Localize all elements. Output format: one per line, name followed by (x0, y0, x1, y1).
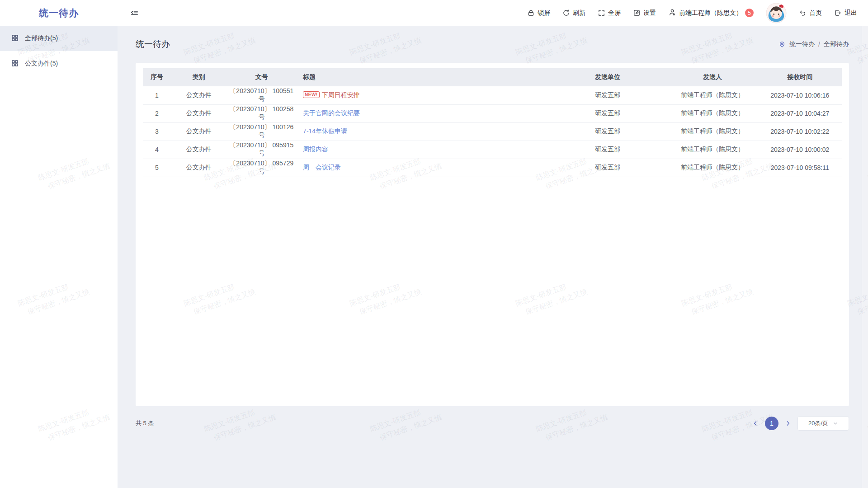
row-no: 1 (143, 86, 171, 104)
topbar-actions: 锁屏 刷新 全屏 (527, 3, 868, 23)
main-content: 统一待办 统一待办 / 全部待办 序号类别文号标题发送单位发送人接收时间 1公文… (118, 26, 868, 488)
logo-box: 统一待办 (0, 7, 118, 19)
table-footer: 共 5 条 1 20条/页 (136, 416, 849, 431)
column-header: 发送单位 (548, 68, 667, 86)
row-title-cell: NEW!下周日程安排 (297, 86, 548, 104)
user-name: 前端工程师（陈思文） (679, 9, 742, 17)
row-doc-no: 〔20230710〕 095729号 (227, 159, 297, 177)
row-doc-no: 〔20230710〕 095915号 (227, 141, 297, 159)
breadcrumb: 统一待办 / 全部待办 (778, 40, 849, 48)
top-header: 统一待办 锁屏 (0, 0, 868, 26)
row-no: 3 (143, 122, 171, 141)
row-unit: 研发五部 (548, 141, 667, 159)
row-time: 2023-07-10 10:00:02 (758, 141, 842, 159)
document-title-link[interactable]: NEW!下周日程安排 (303, 91, 360, 99)
breadcrumb-item-root[interactable]: 统一待办 (789, 40, 815, 48)
grid-icon (11, 34, 19, 43)
settings-icon (633, 9, 641, 17)
breadcrumb-item-current[interactable]: 全部待办 (824, 40, 849, 48)
row-time: 2023-07-10 10:06:16 (758, 86, 842, 104)
row-doc-no: 〔20230710〕 100126号 (227, 122, 297, 141)
table-header-row: 序号类别文号标题发送单位发送人接收时间 (143, 68, 842, 86)
row-unit: 研发五部 (548, 159, 667, 177)
vertical-scrollbar[interactable] (862, 26, 868, 488)
next-page-icon[interactable] (785, 420, 791, 427)
refresh-label: 刷新 (573, 9, 585, 17)
column-header: 文号 (227, 68, 297, 86)
location-pin-icon (778, 41, 786, 48)
table-row: 1公文办件〔20230710〕 100551号NEW!下周日程安排研发五部前端工… (143, 86, 842, 104)
todo-table: 序号类别文号标题发送单位发送人接收时间 1公文办件〔20230710〕 1005… (143, 68, 842, 177)
new-badge: NEW! (303, 91, 320, 98)
row-category: 公文办件 (171, 86, 227, 104)
row-unit: 研发五部 (548, 104, 667, 122)
settings-button[interactable]: 设置 (633, 9, 656, 17)
sidebar-item-official-doc[interactable]: 公文办件(5) (0, 51, 118, 76)
sidebar-fold-icon[interactable] (130, 9, 139, 17)
fullscreen-button[interactable]: 全屏 (598, 9, 621, 17)
column-header: 序号 (143, 68, 171, 86)
row-no: 5 (143, 159, 171, 177)
avatar[interactable] (766, 3, 787, 23)
table-row: 3公文办件〔20230710〕 100126号7-14年休假申请研发五部前端工程… (143, 122, 842, 141)
home-back-icon (799, 9, 807, 17)
row-title-cell: 关于官网的会议纪要 (297, 104, 548, 122)
refresh-button[interactable]: 刷新 (562, 9, 585, 17)
row-title-cell: 周报内容 (297, 141, 548, 159)
document-title-link[interactable]: 周报内容 (303, 145, 328, 153)
column-header: 类别 (171, 68, 227, 86)
sidebar-item-label: 全部待办(5) (25, 34, 58, 42)
row-doc-no: 〔20230710〕 100551号 (227, 86, 297, 104)
settings-label: 设置 (643, 9, 656, 17)
document-title-link[interactable]: 7-14年休假申请 (303, 127, 347, 135)
row-time: 2023-07-10 10:02:22 (758, 122, 842, 141)
page-number-1[interactable]: 1 (765, 417, 778, 430)
sidebar-item-all-todo[interactable]: 全部待办(5) (0, 26, 118, 51)
fullscreen-icon (598, 9, 605, 17)
page-size-select[interactable]: 20条/页 (797, 416, 849, 431)
row-title-cell: 7-14年休假申请 (297, 122, 548, 141)
lock-icon (527, 9, 535, 17)
page-title: 统一待办 (136, 38, 170, 50)
lock-screen-label: 锁屏 (538, 9, 550, 17)
grid-icon (11, 59, 19, 69)
row-title-cell: 周一会议记录 (297, 159, 548, 177)
row-sender: 前端工程师（陈思文） (667, 86, 758, 104)
row-no: 2 (143, 104, 171, 122)
page-size-value: 20条/页 (808, 419, 828, 427)
pagination: 1 20条/页 (752, 416, 849, 431)
document-title-link[interactable]: 关于官网的会议纪要 (303, 109, 360, 117)
prev-page-icon[interactable] (752, 420, 759, 427)
row-sender: 前端工程师（陈思文） (667, 122, 758, 141)
user-icon (668, 8, 676, 18)
refresh-icon (562, 9, 570, 17)
todo-count-badge: 5 (745, 9, 754, 17)
logout-icon (834, 9, 842, 17)
row-sender: 前端工程师（陈思文） (667, 104, 758, 122)
row-unit: 研发五部 (548, 86, 667, 104)
column-header: 接收时间 (758, 68, 842, 86)
user-info[interactable]: 前端工程师（陈思文） 5 (668, 8, 754, 18)
row-category: 公文办件 (171, 104, 227, 122)
home-label: 首页 (809, 9, 822, 17)
column-header: 标题 (297, 68, 548, 86)
row-sender: 前端工程师（陈思文） (667, 159, 758, 177)
row-time: 2023-07-10 09:58:11 (758, 159, 842, 177)
sidebar: 全部待办(5) 公文办件(5) (0, 26, 118, 488)
row-unit: 研发五部 (548, 122, 667, 141)
total-count: 共 5 条 (136, 419, 154, 427)
row-category: 公文办件 (171, 159, 227, 177)
row-time: 2023-07-10 10:04:27 (758, 104, 842, 122)
chevron-down-icon (833, 421, 838, 426)
lock-screen-button[interactable]: 锁屏 (527, 9, 550, 17)
logout-label: 退出 (844, 9, 857, 17)
table-body: 1公文办件〔20230710〕 100551号NEW!下周日程安排研发五部前端工… (143, 86, 842, 177)
home-button[interactable]: 首页 (799, 9, 822, 17)
fullscreen-label: 全屏 (608, 9, 621, 17)
table-card: 序号类别文号标题发送单位发送人接收时间 1公文办件〔20230710〕 1005… (136, 63, 849, 406)
logout-button[interactable]: 退出 (834, 9, 857, 17)
breadcrumb-separator: / (818, 41, 820, 48)
table-row: 5公文办件〔20230710〕 095729号周一会议记录研发五部前端工程师（陈… (143, 159, 842, 177)
row-sender: 前端工程师（陈思文） (667, 141, 758, 159)
document-title-link[interactable]: 周一会议记录 (303, 164, 341, 171)
